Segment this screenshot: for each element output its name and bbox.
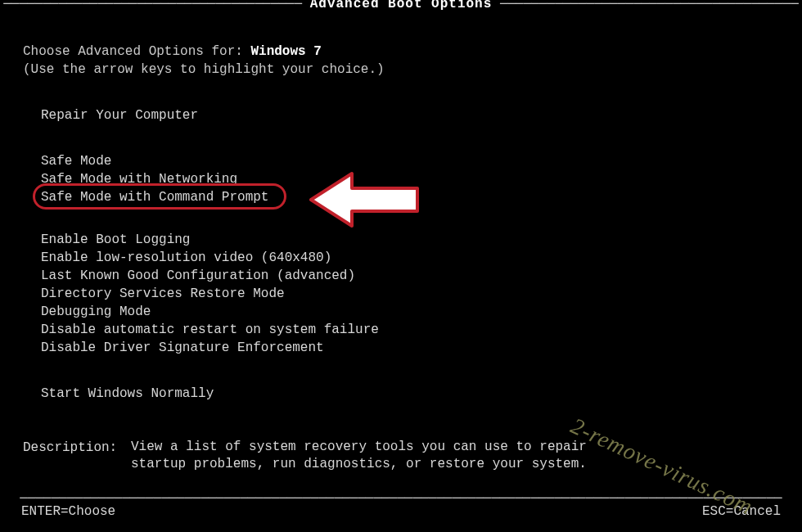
menu-item-debugging[interactable]: Debugging Mode (41, 303, 779, 321)
choose-line: Choose Advanced Options for: Windows 7 (23, 43, 779, 61)
title-bar: ────────────────────────────────────── A… (0, 0, 802, 11)
menu-item-lkgc[interactable]: Last Known Good Configuration (advanced) (41, 267, 779, 285)
title-border-left: ────────────────────────────────────── (3, 0, 309, 11)
footer-border: ────────────────────────────────────────… (0, 491, 802, 506)
group-safemode: Safe Mode Safe Mode with Networking Safe… (23, 152, 779, 206)
menu-item-lowres[interactable]: Enable low-resolution video (640x480) (41, 249, 779, 267)
hint-line: (Use the arrow keys to highlight your ch… (23, 61, 779, 79)
menu-item-repair[interactable]: Repair Your Computer (41, 106, 779, 124)
footer-esc: ESC=Cancel (702, 504, 781, 519)
footer-enter: ENTER=Choose (21, 504, 115, 519)
menu-item-safe-mode[interactable]: Safe Mode (41, 152, 779, 170)
menu-item-dsrm[interactable]: Directory Services Restore Mode (41, 285, 779, 303)
group-repair: Repair Your Computer (23, 106, 779, 124)
menu-item-boot-logging[interactable]: Enable Boot Logging (41, 231, 779, 249)
screen-title: Advanced Boot Options (310, 0, 493, 11)
body-area: Choose Advanced Options for: Windows 7 (… (0, 11, 802, 473)
footer: ────────────────────────────────────────… (0, 491, 802, 519)
menu-item-disable-driver-sig[interactable]: Disable Driver Signature Enforcement (41, 339, 779, 357)
description-block: Description: View a list of system recov… (23, 439, 779, 473)
menu-item-disable-auto-restart[interactable]: Disable automatic restart on system fail… (41, 321, 779, 339)
description-label: Description: (23, 439, 131, 473)
boot-options-screen: ────────────────────────────────────── A… (0, 0, 802, 529)
menu-item-start-normally[interactable]: Start Windows Normally (41, 385, 779, 403)
menu-item-safe-mode-cmd[interactable]: Safe Mode with Command Prompt (41, 188, 268, 206)
highlighted-item-wrap: Safe Mode with Command Prompt (41, 188, 268, 206)
choose-prefix: Choose Advanced Options for: (23, 44, 250, 59)
menu-item-safe-mode-networking[interactable]: Safe Mode with Networking (41, 170, 779, 188)
footer-row: ENTER=Choose ESC=Cancel (0, 504, 802, 519)
choose-os: Windows 7 (250, 44, 321, 59)
description-text: View a list of system recovery tools you… (131, 439, 589, 473)
group-advanced: Enable Boot Logging Enable low-resolutio… (23, 231, 779, 357)
group-normal: Start Windows Normally (23, 385, 779, 403)
title-border-right: ────────────────────────────────────── (492, 0, 798, 11)
